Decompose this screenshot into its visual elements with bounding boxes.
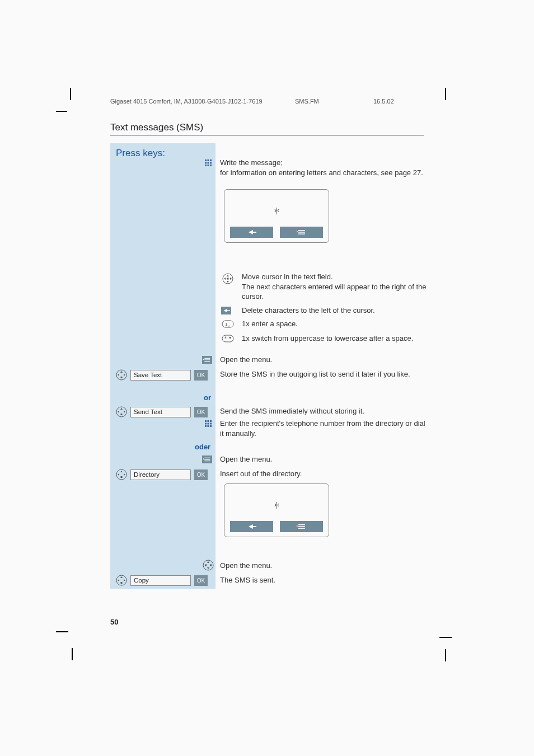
svg-rect-11 bbox=[298, 233, 305, 234]
cursor-icon: ›|‹ bbox=[274, 206, 279, 214]
nav-icon bbox=[220, 273, 236, 284]
softkey-back bbox=[230, 521, 273, 532]
ok-button: OK bbox=[194, 575, 208, 586]
svg-rect-25 bbox=[121, 414, 123, 415]
file-name: SMS.FM bbox=[295, 98, 319, 105]
press-keys-column bbox=[110, 143, 216, 589]
svg-rect-31 bbox=[210, 423, 212, 425]
send-text-desc: Send the SMS immediately without storing… bbox=[220, 406, 427, 416]
hint-nav: Move cursor in the text field. The next … bbox=[242, 272, 427, 302]
softkey-menu bbox=[280, 521, 323, 532]
open-menu-2: Open the menu. bbox=[220, 454, 427, 464]
running-header: Gigaset 4015 Comfort, IM, A31008-G4015-J… bbox=[110, 98, 263, 105]
nav-icon bbox=[200, 560, 216, 571]
svg-rect-34 bbox=[210, 425, 212, 427]
svg-rect-40 bbox=[298, 524, 305, 525]
nav-icon bbox=[116, 469, 127, 480]
svg-rect-4 bbox=[208, 162, 209, 164]
star-key-icon: * bbox=[220, 335, 236, 342]
svg-rect-2 bbox=[210, 159, 212, 161]
svg-rect-9 bbox=[298, 230, 305, 231]
directory-label: Directory bbox=[130, 469, 191, 480]
write-msg-text: Write the message; for information on en… bbox=[220, 158, 427, 177]
svg-text:*: * bbox=[224, 336, 227, 342]
copy-label: Copy bbox=[130, 575, 191, 586]
svg-rect-26 bbox=[205, 420, 207, 422]
menu-icon bbox=[202, 356, 212, 364]
send-text-step: Send Text OK bbox=[116, 406, 208, 418]
svg-rect-17 bbox=[222, 335, 233, 342]
svg-rect-10 bbox=[298, 232, 305, 233]
write-msg-line1: Write the message; bbox=[220, 158, 427, 168]
softkey-menu bbox=[280, 227, 323, 238]
svg-rect-6 bbox=[205, 165, 207, 166]
nav-icon bbox=[116, 369, 127, 381]
directory-desc: Insert out of the directory. bbox=[220, 469, 427, 479]
hint-case: 1x switch from uppercase to lowercase af… bbox=[242, 334, 427, 344]
crop-mark bbox=[445, 88, 446, 100]
save-text-label: Save Text bbox=[130, 370, 191, 381]
one-key-icon: 1␣ bbox=[220, 320, 236, 328]
menu-icon bbox=[202, 456, 212, 463]
press-keys-label: Press keys: bbox=[116, 148, 165, 159]
ok-button: OK bbox=[194, 407, 208, 417]
svg-rect-3 bbox=[205, 162, 207, 164]
crop-mark bbox=[70, 88, 71, 100]
nav-icon bbox=[116, 575, 127, 586]
save-text-desc: Store the SMS in the outgoing list to se… bbox=[220, 369, 427, 379]
crop-mark bbox=[439, 637, 452, 638]
cursor-icon: ›|‹ bbox=[274, 501, 279, 509]
svg-rect-30 bbox=[208, 423, 209, 425]
svg-rect-8 bbox=[210, 165, 212, 166]
oder-label: oder bbox=[195, 443, 210, 451]
phone-screen-number: ›|‹ bbox=[224, 483, 329, 537]
svg-rect-0 bbox=[205, 159, 207, 161]
svg-rect-47 bbox=[121, 582, 123, 584]
svg-rect-33 bbox=[208, 425, 209, 427]
crop-mark bbox=[56, 111, 67, 112]
crop-mark bbox=[56, 631, 68, 632]
svg-rect-27 bbox=[208, 420, 209, 422]
svg-rect-13 bbox=[227, 278, 229, 280]
keypad-icon bbox=[204, 420, 212, 428]
write-msg-line2: for information on entering letters and … bbox=[220, 168, 427, 178]
svg-rect-7 bbox=[208, 165, 209, 166]
crop-mark bbox=[445, 649, 446, 661]
keypad-icon bbox=[204, 159, 212, 167]
svg-text:␣: ␣ bbox=[228, 323, 230, 327]
svg-rect-20 bbox=[204, 359, 210, 360]
directory-step: Directory OK bbox=[116, 468, 208, 481]
ok-button: OK bbox=[194, 370, 208, 381]
svg-rect-44 bbox=[205, 565, 207, 566]
or-label: or bbox=[204, 393, 211, 402]
open-menu-3: Open the menu. bbox=[220, 561, 427, 571]
copy-desc: The SMS is sent. bbox=[220, 575, 427, 585]
svg-rect-19 bbox=[204, 358, 210, 359]
svg-rect-45 bbox=[210, 565, 212, 566]
svg-rect-37 bbox=[204, 461, 210, 461]
svg-rect-28 bbox=[210, 420, 212, 422]
page-number: 50 bbox=[110, 618, 118, 626]
hint-del: Delete characters to the left of the cur… bbox=[242, 306, 427, 316]
open-menu-1: Open the menu. bbox=[220, 355, 427, 365]
svg-rect-5 bbox=[210, 162, 212, 164]
svg-rect-23 bbox=[121, 377, 123, 378]
phone-screen-compose: ›|‹ bbox=[224, 189, 329, 243]
svg-rect-21 bbox=[204, 361, 210, 361]
svg-rect-1 bbox=[208, 159, 209, 161]
copy-step: Copy OK bbox=[116, 574, 208, 586]
back-arrow-icon bbox=[221, 307, 231, 314]
svg-rect-35 bbox=[204, 458, 210, 458]
svg-rect-39 bbox=[121, 476, 123, 478]
crop-mark bbox=[72, 648, 73, 660]
ok-button: OK bbox=[194, 469, 208, 480]
send-text-label: Send Text bbox=[130, 407, 191, 417]
hint-space: 1x enter a space. bbox=[242, 319, 427, 329]
svg-rect-41 bbox=[298, 526, 305, 527]
nav-icon bbox=[116, 406, 127, 417]
svg-rect-29 bbox=[205, 423, 207, 425]
svg-rect-32 bbox=[205, 425, 207, 427]
svg-rect-42 bbox=[298, 528, 305, 529]
save-text-step: Save Text OK bbox=[116, 369, 208, 381]
header-date: 16.5.02 bbox=[373, 98, 394, 105]
